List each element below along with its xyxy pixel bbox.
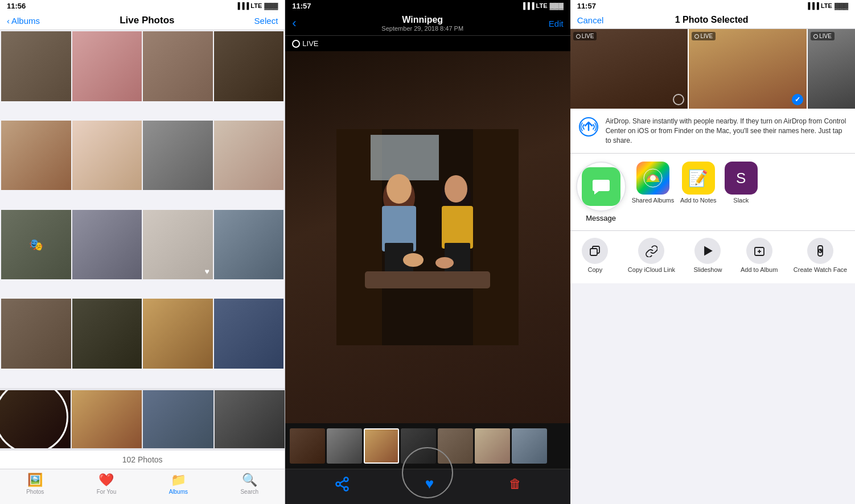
share-icon [334, 476, 350, 492]
photos-tab-icon: 🖼️ [27, 473, 43, 488]
slideshow-action[interactable]: Slideshow [690, 238, 725, 274]
live-tag-2: LIVE [692, 32, 716, 40]
photo-cell[interactable] [1, 299, 71, 369]
panel-share-sheet: 11:57 ▐▐▐ LTE ▓▓▓ Cancel 1 Photo Selecte… [570, 0, 855, 504]
copy-action[interactable]: Copy [578, 238, 612, 274]
photo-cell[interactable] [72, 299, 142, 369]
create-watch-face-label: Create Watch Face [794, 266, 847, 274]
nav-bar-3: Cancel 1 Photo Selected [570, 11, 855, 29]
tab-bar: 🖼️ Photos ❤️ For You 📁 Albums 🔍 Search [0, 469, 285, 504]
photo-cell[interactable] [214, 299, 284, 369]
photo-location: Winnipeg [402, 15, 443, 25]
main-photo-image [285, 51, 570, 423]
svg-marker-19 [705, 247, 712, 255]
live-tag-3: LIVE [811, 32, 835, 40]
photo-cell[interactable]: ♥ [143, 210, 213, 280]
selected-photos-row: LIVE LIVE ✓ LIVE [570, 29, 855, 109]
favorite-button[interactable]: ♥ [425, 475, 434, 493]
signal-icon-2: ▐▐▐ LTE [521, 2, 547, 9]
thumbnail-item[interactable] [364, 428, 399, 464]
tab-albums[interactable]: 📁 Albums [169, 473, 188, 495]
photo-cell[interactable] [214, 121, 284, 191]
copy-label: Copy [588, 266, 603, 274]
right-status-2: ▐▐▐ LTE ▓▓▓ [521, 2, 563, 9]
photo-cell[interactable]: 🎭 [1, 210, 71, 280]
photo-cell[interactable] [72, 31, 142, 101]
add-to-album-action[interactable]: Add to Album [741, 238, 778, 274]
thumbnail-item[interactable] [290, 428, 325, 464]
time-2: 11:57 [292, 2, 311, 10]
svg-rect-12 [365, 271, 490, 288]
shared-albums-icon [636, 162, 669, 195]
copy-icloud-label: Copy iCloud Link [628, 266, 675, 274]
time-3: 11:57 [577, 2, 596, 10]
message-app-button[interactable]: Message [576, 162, 626, 222]
select-button[interactable]: Select [254, 16, 278, 26]
selected-photo-2[interactable]: LIVE ✓ [689, 29, 807, 109]
thumbnail-item[interactable] [475, 428, 510, 464]
svg-rect-2 [473, 129, 519, 345]
photo-cell[interactable] [1, 31, 71, 101]
slideshow-label: Slideshow [693, 266, 722, 274]
photo-cell[interactable] [143, 31, 213, 101]
svg-rect-3 [371, 135, 439, 180]
tab-search[interactable]: 🔍 Search [240, 473, 258, 495]
thumbnail-item[interactable] [512, 428, 547, 464]
photo-cell[interactable] [214, 31, 284, 101]
panel-live-photos: 11:56 ▐▐▐ LTE ▓▓▓ ‹ Albums Live Photos S… [0, 0, 285, 504]
tab-for-you[interactable]: ❤️ For You [97, 473, 116, 495]
photo-count: 102 Photos [0, 451, 285, 469]
add-to-notes-button[interactable]: 📝 Add to Notes [680, 162, 717, 204]
slack-icon: S [725, 162, 758, 195]
cancel-button[interactable]: Cancel [577, 15, 604, 25]
svg-point-5 [387, 174, 412, 204]
thumbnail-item[interactable] [401, 428, 436, 464]
share-button[interactable] [334, 476, 350, 492]
page-title-1: Live Photos [120, 15, 174, 26]
photo-svg [336, 129, 519, 345]
right-status-3: ▐▐▐ LTE ▓▓▓ [806, 2, 848, 9]
copy-icloud-link-icon [638, 238, 664, 264]
edit-button[interactable]: Edit [549, 19, 564, 28]
photo-cell[interactable] [72, 121, 142, 191]
photo-grid: 🎭 ♥ [0, 30, 285, 388]
slack-button[interactable]: S Slack [722, 162, 759, 204]
thumbnail-item[interactable] [327, 428, 362, 464]
status-bar-1: 11:56 ▐▐▐ LTE ▓▓▓ [0, 0, 285, 11]
add-to-album-icon [746, 238, 772, 264]
main-photo-area[interactable] [285, 51, 570, 423]
panel-photo-viewer: 11:57 ▐▐▐ LTE ▓▓▓ ‹ Winnipeg September 2… [285, 0, 570, 504]
photo-cell[interactable] [1, 121, 71, 191]
live-badge: LIVE [285, 36, 570, 51]
photo-cell[interactable] [143, 121, 213, 191]
copy-icloud-link-action[interactable]: Copy iCloud Link [628, 238, 675, 274]
message-circle [576, 162, 626, 212]
shared-albums-label: Shared Albums [632, 197, 675, 204]
thumbnail-item[interactable] [438, 428, 473, 464]
thumbnail-strip [285, 423, 570, 469]
slack-label: Slack [733, 197, 749, 204]
bottom-spacer [570, 283, 855, 504]
svg-point-9 [445, 175, 467, 203]
back-button-viewer[interactable]: ‹ [292, 16, 296, 31]
check-circle-2: ✓ [792, 94, 803, 105]
message-app-label: Message [586, 214, 616, 222]
shared-albums-button[interactable]: Shared Albums [632, 162, 675, 204]
status-bar-3: 11:57 ▐▐▐ LTE ▓▓▓ [570, 0, 855, 11]
message-app-icon [582, 167, 620, 206]
photo-cell[interactable] [143, 299, 213, 369]
selected-count-label: 1 Photo Selected [675, 15, 749, 25]
photo-cell[interactable] [214, 210, 284, 280]
share-apps-row: Message Shared Albums 📝 Add to Notes [570, 154, 855, 231]
signal-icon-3: ▐▐▐ LTE [806, 2, 832, 9]
delete-button[interactable]: 🗑 [509, 477, 521, 491]
create-watch-face-action[interactable]: Create Watch Face [794, 238, 847, 274]
selected-photo-3[interactable]: LIVE [808, 29, 855, 109]
slideshow-icon [694, 238, 721, 264]
copy-icon [582, 238, 608, 264]
tab-photos[interactable]: 🖼️ Photos [26, 473, 44, 495]
selected-photo-1[interactable]: LIVE [570, 29, 688, 109]
photo-cell[interactable] [72, 210, 142, 280]
back-albums-button[interactable]: ‹ Albums [7, 16, 40, 26]
svg-point-17 [650, 175, 656, 181]
